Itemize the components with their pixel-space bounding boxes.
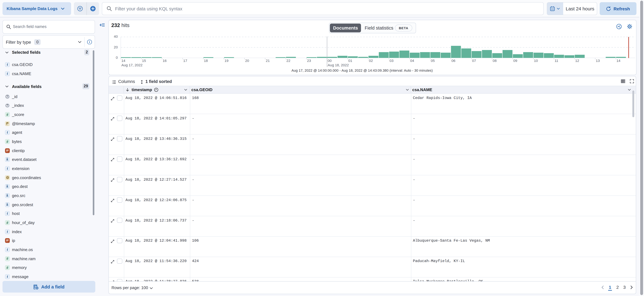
- svg-text:22: 22: [286, 59, 290, 62]
- svg-text:18: 18: [204, 59, 208, 62]
- svg-text:17: 17: [183, 59, 187, 62]
- svg-text:21: 21: [266, 59, 270, 62]
- svg-text:Aug 17, 2022: Aug 17, 2022: [122, 63, 142, 67]
- svg-text:16: 16: [162, 59, 166, 62]
- svg-text:23: 23: [307, 59, 311, 62]
- svg-text:14: 14: [122, 59, 125, 62]
- svg-text:19: 19: [224, 59, 228, 62]
- svg-text:20: 20: [245, 59, 249, 62]
- svg-text:15: 15: [142, 59, 146, 62]
